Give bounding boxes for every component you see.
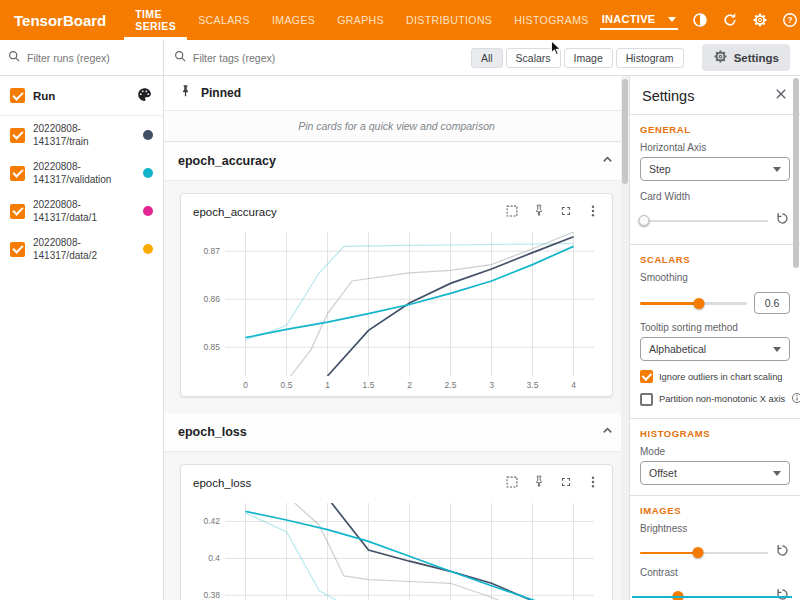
svg-text:4: 4 <box>571 380 576 390</box>
tab-images[interactable]: IMAGES <box>261 0 326 40</box>
ignore-outliers-option[interactable]: Ignore outliers in chart scaling <box>640 370 790 383</box>
section-title: epoch_accuracy <box>178 154 276 168</box>
palette-icon[interactable] <box>136 86 153 105</box>
run-label: 20220808-141317/train <box>33 122 135 148</box>
more-options-icon[interactable] <box>586 475 600 491</box>
main-scrollbar-thumb[interactable] <box>622 79 628 184</box>
tab-scalars[interactable]: SCALARS <box>187 0 261 40</box>
gear-icon[interactable] <box>752 12 768 28</box>
run-checkbox[interactable] <box>10 166 25 181</box>
ignore-outliers-label: Ignore outliers in chart scaling <box>659 372 783 382</box>
settings-panel-title: Settings <box>642 88 694 104</box>
horizontal-axis-value: Step <box>649 163 671 175</box>
chevron-down-icon <box>773 167 781 172</box>
run-row-train[interactable]: 20220808-141317/train <box>0 116 163 154</box>
tags-toolbar: All Scalars Image Histogram Settings <box>164 40 800 76</box>
histogram-mode-select[interactable]: Offset <box>640 461 790 485</box>
pinned-title: Pinned <box>201 86 241 100</box>
settings-scrollbar[interactable] <box>794 76 800 600</box>
section-header-epoch-accuracy[interactable]: epoch_accuracy <box>164 142 629 181</box>
chevron-down-icon <box>773 471 781 476</box>
ignore-outliers-checkbox[interactable] <box>640 370 653 383</box>
section-header-epoch-loss[interactable]: epoch_loss <box>164 413 629 452</box>
card-width-reset-icon[interactable] <box>775 211 790 230</box>
svg-text:0.86: 0.86 <box>203 294 220 304</box>
contrast-reset-icon[interactable] <box>775 587 790 600</box>
run-color-dot[interactable] <box>143 168 153 178</box>
status-dropdown[interactable]: INACTIVE <box>600 10 678 30</box>
svg-text:3: 3 <box>489 380 494 390</box>
fullscreen-icon[interactable] <box>559 204 573 220</box>
run-row-data-2[interactable]: 20220808-141317/data/2 <box>0 230 163 268</box>
svg-text:0: 0 <box>243 380 248 390</box>
settings-section-images: IMAGES Brightness Contrast <box>630 496 800 600</box>
main-nav: TIME SERIES SCALARS IMAGES GRAPHS DISTRI… <box>124 0 599 40</box>
help-icon[interactable]: ? <box>782 12 798 28</box>
run-checkbox[interactable] <box>10 128 25 143</box>
run-label: 20220808-141317/validation <box>33 160 135 186</box>
chevron-up-icon[interactable] <box>600 423 615 441</box>
refresh-icon[interactable] <box>722 12 738 28</box>
settings-scrollbar-thumb[interactable] <box>793 78 799 268</box>
runs-sidebar: Run 20220808-141317/train 20220808-14131… <box>0 40 164 600</box>
tag-type-filter-group: All Scalars Image Histogram <box>471 48 684 68</box>
tab-histograms[interactable]: HISTOGRAMS <box>503 0 599 40</box>
brightness-slider[interactable] <box>640 546 768 560</box>
run-label: 20220808-141317/data/1 <box>33 198 135 224</box>
filter-tags-input[interactable] <box>193 52 303 64</box>
partition-x-checkbox[interactable] <box>640 393 653 406</box>
smoothing-slider[interactable] <box>640 296 747 310</box>
brightness-reset-icon[interactable] <box>775 543 790 562</box>
brightness-label: Brightness <box>640 523 790 534</box>
run-color-dot[interactable] <box>143 206 153 216</box>
pin-icon[interactable] <box>532 204 546 220</box>
chip-all[interactable]: All <box>471 48 503 68</box>
fit-domain-icon[interactable] <box>505 204 519 220</box>
chevron-up-icon[interactable] <box>600 152 615 170</box>
run-color-dot[interactable] <box>143 244 153 254</box>
tooltip-sorting-label: Tooltip sorting method <box>640 322 790 333</box>
search-icon <box>174 49 187 67</box>
run-checkbox[interactable] <box>10 204 25 219</box>
chip-image[interactable]: Image <box>564 48 613 68</box>
svg-text:0.87: 0.87 <box>203 246 220 256</box>
more-options-icon[interactable] <box>586 204 600 220</box>
svg-text:3.5: 3.5 <box>527 380 539 390</box>
tooltip-sorting-select[interactable]: Alphabetical <box>640 337 790 361</box>
histogram-mode-label: Mode <box>640 446 790 457</box>
tab-time-series[interactable]: TIME SERIES <box>124 0 187 40</box>
line-chart-epoch-loss[interactable]: 00.511.522.533.540.360.380.40.42 <box>191 497 602 600</box>
card-width-slider[interactable] <box>640 214 768 228</box>
theme-toggle-icon[interactable] <box>692 12 708 28</box>
chip-histogram[interactable]: Histogram <box>616 48 684 68</box>
panel-accent-divider <box>632 596 792 598</box>
run-color-dot[interactable] <box>143 130 153 140</box>
smoothing-value-input[interactable]: 0.6 <box>754 292 790 314</box>
filter-runs-input[interactable] <box>27 52 155 64</box>
contrast-slider[interactable] <box>640 590 768 600</box>
chip-scalars[interactable]: Scalars <box>506 48 561 68</box>
close-icon[interactable] <box>774 87 788 105</box>
main-scrollbar[interactable] <box>621 76 629 600</box>
settings-section-histograms: HISTOGRAMS Mode Offset <box>630 419 800 496</box>
fullscreen-icon[interactable] <box>559 475 573 491</box>
tab-graphs[interactable]: GRAPHS <box>326 0 395 40</box>
svg-text:2.5: 2.5 <box>445 380 457 390</box>
svg-text:0.38: 0.38 <box>203 590 220 600</box>
run-row-data-1[interactable]: 20220808-141317/data/1 <box>0 192 163 230</box>
gear-icon <box>713 49 728 66</box>
line-chart-epoch-accuracy[interactable]: 00.511.522.533.540.850.860.87 <box>191 226 602 394</box>
select-all-runs-checkbox[interactable] <box>10 88 25 103</box>
fit-domain-icon[interactable] <box>505 475 519 491</box>
pin-icon[interactable] <box>532 475 546 491</box>
horizontal-axis-select[interactable]: Step <box>640 157 790 181</box>
tab-distributions[interactable]: DISTRIBUTIONS <box>395 0 503 40</box>
run-checkbox[interactable] <box>10 242 25 257</box>
partition-x-option[interactable]: Partition non-monotonic X axis <box>640 392 790 406</box>
card-width-label: Card Width <box>640 191 790 202</box>
settings-button[interactable]: Settings <box>702 44 790 71</box>
section-title: epoch_loss <box>178 425 247 439</box>
settings-section-scalars: SCALARS Smoothing 0.6 Tooltip sorting me… <box>630 245 800 419</box>
run-row-validation[interactable]: 20220808-141317/validation <box>0 154 163 192</box>
settings-section-general: GENERAL Horizontal Axis Step Card Width <box>630 115 800 245</box>
